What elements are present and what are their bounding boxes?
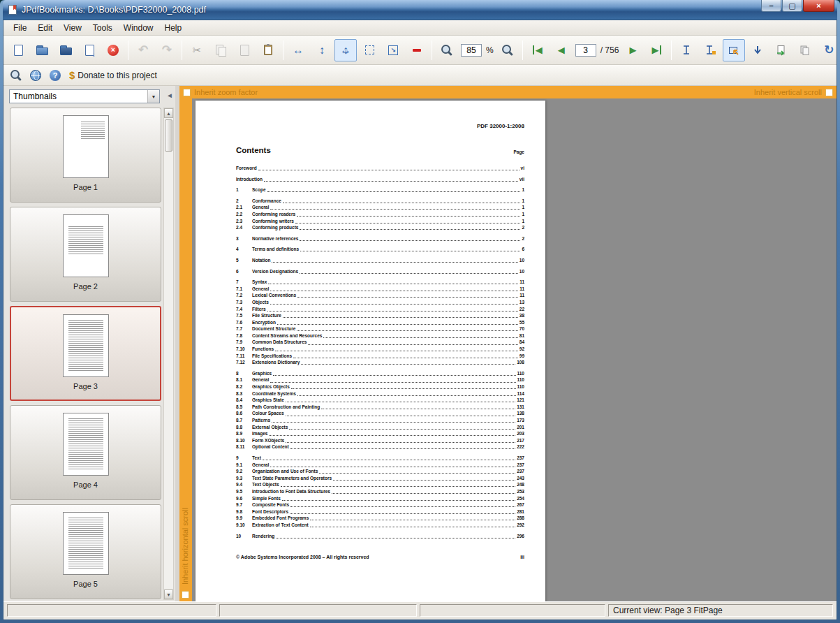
zoom-out-button[interactable] (436, 39, 458, 61)
new-file-button[interactable] (7, 39, 29, 61)
toc-entry: 2.3Conforming writers1 (236, 218, 524, 225)
thumbnail-image (63, 413, 109, 476)
viewer-canvas[interactable]: PDF 32000-1:2008 Contents Page Forewordv… (192, 98, 837, 601)
scrollbar-thumb[interactable] (165, 119, 172, 152)
toolbar-separator (432, 41, 432, 60)
copy-button[interactable] (209, 39, 232, 61)
undo-button[interactable]: ↶ (132, 39, 154, 61)
toc-entry: 8.6Colour Spaces138 (236, 410, 524, 417)
toc-entry: 8.1General110 (236, 376, 524, 383)
page-input[interactable] (575, 44, 596, 57)
menu-tools[interactable]: Tools (87, 21, 118, 35)
add-sibling-bookmark-button[interactable] (675, 39, 698, 61)
thumbnail-scrollbar[interactable]: ▲ ▼ (163, 108, 174, 600)
thumbnail-page-5[interactable]: Page 5 (10, 504, 161, 599)
zoom-apply-button[interactable] (496, 39, 519, 61)
apply-destination-button[interactable] (746, 39, 769, 61)
check-updates-button[interactable] (7, 67, 25, 84)
inherit-zoom-checkbox[interactable] (183, 89, 191, 96)
thumbnail-page-4[interactable]: Page 4 (10, 405, 161, 500)
add-child-bookmark-button[interactable] (699, 39, 721, 61)
scroll-up-button[interactable]: ▲ (164, 108, 173, 118)
thumbnail-page-1[interactable]: Page 1 (10, 108, 161, 203)
set-destination-button[interactable] (723, 39, 745, 61)
toc-entry: 7.3Objects13 (236, 299, 524, 306)
last-page-button[interactable]: ▶ (645, 39, 668, 61)
toc-entry: 2.2Conforming readers1 (236, 211, 524, 218)
toc-entry: 8.10Form XObjects217 (236, 437, 524, 444)
zoom-unit-label: % (486, 45, 494, 55)
toc-entry: 8.8External Objects201 (236, 424, 524, 431)
doc-footer-left: © Adobe Systems Incorporated 2008 – All … (236, 555, 369, 559)
save-button[interactable]: ↓ (78, 39, 101, 61)
fit-rect-button[interactable] (358, 39, 381, 61)
fit-height-icon: ↕ (319, 45, 325, 56)
toolbar-separator (671, 41, 672, 60)
dollar-icon: $ (69, 70, 75, 80)
minimize-button[interactable]: – (761, 0, 781, 12)
copy-icon (216, 45, 226, 56)
close-button[interactable]: × (803, 0, 834, 12)
cut-button[interactable]: ✂ (186, 39, 208, 61)
first-page-button[interactable]: ◀ (526, 39, 549, 61)
scroll-down-button[interactable]: ▼ (164, 589, 173, 599)
close-file-button[interactable]: × (102, 39, 124, 61)
status-panel-3 (420, 604, 605, 617)
dump-bookmarks-button[interactable] (770, 39, 793, 61)
maximize-button[interactable]: ▢ (782, 0, 802, 12)
redo-button[interactable]: ↷ (156, 39, 178, 61)
menu-file[interactable]: File (8, 21, 32, 35)
clipboard-paste-button[interactable] (257, 39, 279, 61)
fit-width-button[interactable]: ↔ (287, 39, 309, 61)
paste-button[interactable] (233, 39, 256, 61)
toc-entry: 7.9Common Data Structures84 (236, 339, 524, 346)
apply-offset-button[interactable]: ↻ (818, 39, 837, 61)
thumbnail-page-3[interactable]: Page 3 (10, 306, 161, 401)
browse-folder-button[interactable] (54, 39, 77, 61)
zoom-input[interactable] (461, 44, 482, 57)
menu-window[interactable]: Window (118, 21, 159, 35)
menu-view[interactable]: View (58, 21, 87, 35)
open-file-button[interactable] (31, 39, 53, 61)
fit-height-button[interactable]: ↕ (311, 39, 333, 61)
menu-edit[interactable]: Edit (32, 21, 58, 35)
thumbnail-page-2[interactable]: Page 2 (10, 207, 161, 302)
help-button[interactable]: ? (46, 67, 64, 84)
load-bookmarks-button[interactable] (794, 39, 816, 61)
redo-icon: ↷ (162, 44, 172, 56)
undo-icon: ↶ (138, 44, 148, 56)
toc-entry: Introductionvii (236, 176, 524, 183)
toc-entry: 7Syntax11 (236, 279, 524, 286)
thumbnail-list: Page 1Page 2Page 3Page 4Page 5 (10, 108, 161, 600)
donate-button[interactable]: $ Donate to this project (66, 67, 161, 84)
thumbnail-label: Page 5 (73, 580, 98, 588)
toc-entry: 9.2Organization and Use of Fonts237 (236, 468, 524, 475)
globe-icon (30, 70, 41, 81)
menubar: File Edit View Tools Window Help (3, 20, 837, 36)
inherit-hscroll-checkbox[interactable] (182, 591, 189, 599)
doc-footer-right: iii (520, 555, 524, 559)
menu-help[interactable]: Help (159, 21, 188, 35)
clear-zoom-button[interactable] (406, 39, 428, 61)
thumbnail-label: Page 1 (73, 183, 98, 191)
panel-selector[interactable]: Thumbnails ▼ (9, 89, 160, 103)
thumbnail-image (63, 512, 109, 575)
inherit-hscroll-label: Inherit horizontal scroll (181, 508, 189, 585)
website-button[interactable] (27, 67, 45, 84)
toc-entry: 2.1General1 (236, 204, 524, 211)
pdf-page: PDF 32000-1:2008 Contents Page Forewordv… (196, 101, 545, 601)
next-page-button[interactable]: ▶ (621, 39, 644, 61)
zoom-area-button[interactable]: ↘ (382, 39, 404, 61)
fit-page-button[interactable]: ↔ ↕ (334, 39, 357, 61)
save-arrow-icon: ↓ (92, 51, 96, 58)
toc-entry: 2Conformance1 (236, 198, 524, 205)
toc-entry: 7.5File Structure38 (236, 312, 524, 319)
magnifier-icon (441, 45, 452, 56)
toc-entry: 4Terms and definitions6 (236, 246, 524, 253)
inherit-vscroll-checkbox[interactable] (825, 89, 833, 96)
prev-page-button[interactable]: ◀ (550, 39, 573, 61)
sidebar-collapse-button[interactable]: ◄ (166, 91, 173, 99)
toc-entry: 7.12Extensions Dictionary108 (236, 359, 524, 366)
toc-entry: 8Graphics110 (236, 370, 524, 377)
prev-page-icon: ◀ (558, 45, 565, 54)
